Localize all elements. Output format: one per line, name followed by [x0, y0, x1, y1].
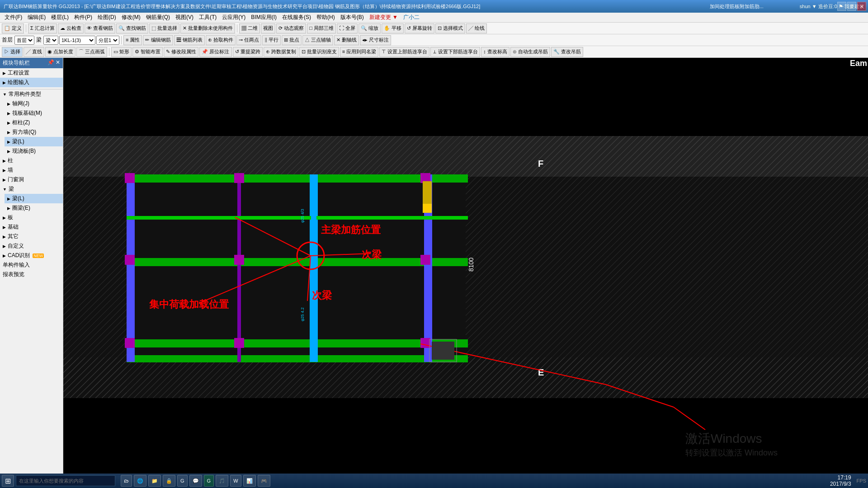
btn-copy-span[interactable]: ⊕ 跨数据复制 — [264, 47, 298, 57]
tree-beam-group[interactable]: ▼梁 — [0, 184, 63, 194]
btn-3point-aux[interactable]: △ 三点辅轴 — [302, 35, 333, 45]
tree-slab[interactable]: ▶现浇板(B) — [5, 146, 63, 156]
btn-batch-select[interactable]: ⬚ 批量选择 — [149, 23, 179, 33]
tree-ring-beam[interactable]: ▶圈梁(E) — [5, 203, 63, 213]
btn-line[interactable]: ╱ 直线 — [24, 47, 44, 57]
tree-common-types[interactable]: ▼ 常用构件类型 — [0, 89, 63, 99]
tree-cad-group[interactable]: ▶ CAD识别 NEW — [0, 251, 63, 260]
tree-shearwall[interactable]: ▶剪力墙(Q) — [5, 127, 63, 137]
menu-modify[interactable]: 修改(M) — [119, 13, 143, 22]
cad-canvas-area[interactable]: F E 8100 φ25 4/3 φ25 4.2 主梁加筋位置 次梁 次梁 集中… — [63, 58, 868, 476]
floor-select[interactable]: 分层1 — [96, 36, 119, 45]
btn-fullscreen[interactable]: ⛶ 全屏 — [337, 23, 358, 33]
btn-select[interactable]: ▷ 选择 — [2, 47, 23, 57]
taskbar-app-4[interactable]: 🔒 — [163, 475, 175, 487]
btn-rect[interactable]: ▭ 矩形 — [111, 47, 132, 57]
btn-zoom[interactable]: 🔍 缩放 — [359, 23, 381, 33]
tree-foundation-group[interactable]: ▶基础 — [0, 222, 63, 232]
start-button[interactable]: ⊞ — [2, 475, 14, 487]
btn-smart-layout[interactable]: ⚙ 智能布置 — [132, 47, 163, 57]
menu-rebar[interactable]: 钢筋量(Q) — [143, 13, 173, 22]
btn-find-rebar[interactable]: 🔍 查找钢筋 — [116, 23, 148, 33]
menu-edit[interactable]: 编辑(E) — [25, 13, 48, 22]
btn-property[interactable]: ≡ 属性 — [123, 35, 142, 45]
btn-re-extract-span[interactable]: ↺ 重提梁跨 — [233, 47, 263, 57]
taskbar-app-10[interactable]: 📊 — [243, 475, 256, 487]
menu-cloud[interactable]: 云应用(Y) — [219, 13, 248, 22]
table-preview[interactable]: 报表预览 — [0, 270, 63, 279]
menu-bim[interactable]: BIM应用(I) — [248, 13, 279, 22]
tree-col-group[interactable]: ▶柱 — [0, 156, 63, 165]
btn-summary[interactable]: Σ 汇总计算 — [28, 23, 57, 33]
menu-assistant[interactable]: 广小二 — [401, 13, 422, 22]
btn-change-elev[interactable]: ↕ 查改标高 — [481, 47, 509, 57]
nav-project-settings[interactable]: ▶ 工程设置 — [0, 68, 63, 78]
sidebar-pin[interactable]: 📌 ✕ — [47, 59, 60, 67]
btn-modify-seg[interactable]: ✎ 修改段属性 — [164, 47, 198, 57]
menu-version[interactable]: 版本号(B) — [338, 13, 367, 22]
btn-apply-same[interactable]: ≡ 应用到同名梁 — [340, 47, 378, 57]
btn-edit-rebar[interactable]: ✏ 编辑钢筋 — [143, 35, 173, 45]
taskbar-app-1[interactable]: 🗁 — [121, 475, 132, 487]
menu-newchange[interactable]: 新建变更 ▼ — [367, 13, 401, 22]
taskbar-app-11[interactable]: 🎮 — [258, 475, 270, 487]
btn-draw-line[interactable]: ╱ 绘线 — [466, 23, 487, 33]
menu-floor[interactable]: 楼层(L) — [48, 13, 71, 22]
btn-define[interactable]: 📋 定义 — [2, 23, 24, 33]
menu-online[interactable]: 在线服务(S) — [279, 13, 314, 22]
menu-file[interactable]: 文件(F) — [2, 13, 25, 22]
window-controls[interactable]: ─ □ ✕ — [837, 2, 866, 11]
btn-viewmode[interactable]: 视图 — [261, 23, 275, 33]
taskbar-app-3[interactable]: 📁 — [148, 475, 161, 487]
tree-axis[interactable]: ▶轴网(J) — [5, 99, 63, 108]
btn-set-top-conn[interactable]: ⊤ 设置上部筋连享台 — [379, 47, 429, 57]
taskbar-app-8[interactable]: 🎵 — [216, 475, 228, 487]
btn-batch-delete[interactable]: ✕ 批量删除未使用构件 — [180, 23, 235, 33]
btn-change-hanger[interactable]: 🔧 查改吊筋 — [551, 47, 583, 57]
beam-select[interactable]: 1KL-1(3) — [59, 36, 95, 45]
tree-custom-group[interactable]: ▶自定义 — [0, 241, 63, 251]
layer-select[interactable]: 首层 — [14, 36, 34, 45]
search-input[interactable] — [16, 475, 115, 486]
btn-set-bot-conn[interactable]: ⊥ 设置下部筋连享台 — [430, 47, 480, 57]
menu-component[interactable]: 构件(P) — [71, 13, 95, 22]
btn-auto-hanger[interactable]: ⊙ 自动生成吊筋 — [510, 47, 550, 57]
taskbar-app-6[interactable]: 💬 — [189, 475, 202, 487]
btn-2d[interactable]: ▦ 二维 — [239, 23, 260, 33]
menu-draw[interactable]: 绘图(D) — [95, 13, 119, 22]
btn-rebar-list[interactable]: ☰ 钢筋列表 — [174, 35, 205, 45]
menu-tools[interactable]: 工具(T) — [196, 13, 219, 22]
taskbar-app-5[interactable]: G — [177, 475, 188, 487]
restore-button[interactable]: □ — [847, 2, 856, 11]
nav-draw-input[interactable]: ▶ 绘图输入 — [0, 78, 63, 87]
btn-two-points[interactable]: ⊸ 任两点 — [236, 35, 261, 45]
btn-3point-arc[interactable]: ⌒ 三点画弧 — [76, 47, 107, 57]
menu-help[interactable]: 帮助(H) — [314, 13, 338, 22]
taskbar-app-2[interactable]: 🌐 — [134, 475, 146, 487]
btn-point-length[interactable]: ◉ 点加长度 — [45, 47, 75, 57]
tree-beam[interactable]: ▶梁(L) — [5, 137, 63, 146]
tree-other-group[interactable]: ▶其它 — [0, 232, 63, 241]
menu-view[interactable]: 视图(V) — [173, 13, 196, 22]
close-button[interactable]: ✕ — [857, 2, 866, 11]
tree-opening-group[interactable]: ▶门窗洞 — [0, 175, 63, 184]
btn-parallel[interactable]: ∥ 平行 — [262, 35, 281, 45]
btn-batch-recognize[interactable]: ⊡ 批量识别座支 — [299, 47, 339, 57]
single-component-input[interactable]: 单构件输入 — [0, 260, 63, 270]
minimize-button[interactable]: ─ — [837, 2, 846, 11]
btn-original-mark[interactable]: 📌 原位标注 — [199, 47, 231, 57]
btn-dim-note[interactable]: ◂▸ 尺寸标注 — [360, 35, 391, 45]
taskbar-app-9[interactable]: W — [230, 475, 241, 487]
btn-view-rebar[interactable]: 👁 查看钢筋 — [85, 23, 115, 33]
btn-dynamic[interactable]: ⟳ 动态观察 — [276, 23, 306, 33]
btn-cloud-check[interactable]: ☁ 云检查 — [58, 23, 84, 33]
tree-wall-group[interactable]: ▶墙 — [0, 165, 63, 175]
btn-select-mode[interactable]: ⊡ 选择模式 — [435, 23, 465, 33]
btn-pick[interactable]: ⊕ 拾取构件 — [206, 35, 236, 45]
tree-column[interactable]: ▶框柱(Z) — [5, 118, 63, 127]
btn-screen-rotate[interactable]: ↺ 屏幕旋转 — [405, 23, 434, 33]
btn-pan[interactable]: ✋ 平移 — [382, 23, 404, 33]
tree-slab-group[interactable]: ▶板 — [0, 213, 63, 222]
taskbar-app-7[interactable]: G — [204, 475, 214, 487]
tree-raft[interactable]: ▶筏板基础(M) — [5, 108, 63, 118]
